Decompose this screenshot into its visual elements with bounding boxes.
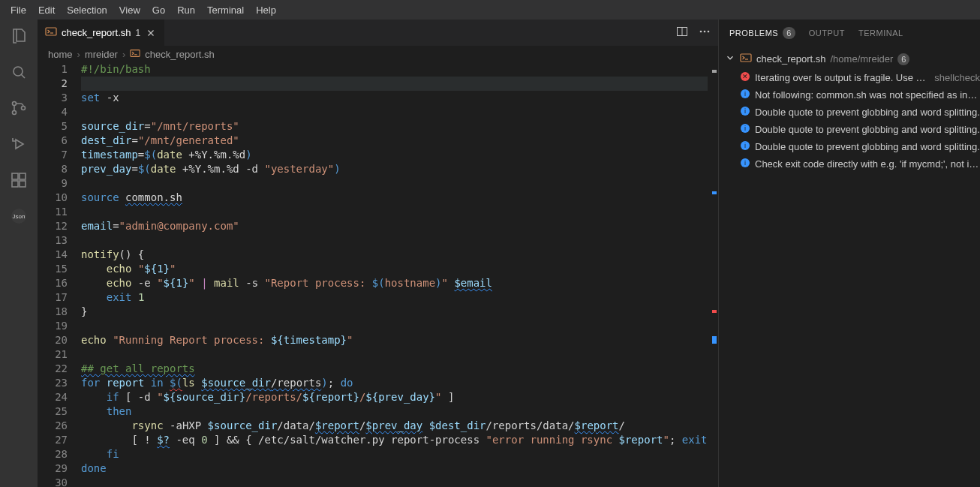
code-content[interactable]: #!/bin/bashset -xsource_dir="/mnt/report… [81,62,708,487]
svg-text:i: i [744,107,746,115]
breadcrumb[interactable]: home›mreider›check_report.sh [38,46,718,62]
menu-run[interactable]: Run [171,0,201,20]
info-icon: i [740,158,750,170]
code-line[interactable]: echo "${1}" [81,262,708,276]
files-icon[interactable] [8,26,29,47]
svg-text:i: i [744,125,746,132]
menu-bar: FileEditSelectionViewGoRunTerminalHelp [0,0,980,20]
svg-point-4 [22,107,26,110]
code-line[interactable]: set -x [81,91,708,105]
panel-tab-terminal[interactable]: TERMINAL [858,29,903,38]
menu-edit[interactable]: Edit [32,0,61,20]
svg-point-2 [13,102,17,106]
problem-item[interactable]: iDouble quote to prevent globbing and wo… [725,104,980,121]
info-icon: i [740,123,750,136]
debug-icon[interactable] [8,134,29,155]
code-line[interactable]: [ ! $? -eq 0 ] && { /etc/salt/watcher.py… [81,433,708,447]
line-number: 26 [38,419,68,433]
code-line[interactable] [81,105,708,119]
menu-go[interactable]: Go [146,0,171,20]
panel-tab-problems[interactable]: PROBLEMS6 [729,27,795,39]
problem-item[interactable]: iDouble quote to prevent globbing and wo… [725,138,980,155]
search-icon[interactable] [8,62,29,83]
line-number: 7 [38,148,68,162]
code-line[interactable]: echo "Running Report process: ${timestam… [81,333,708,347]
tab-bar: check_report.sh 1 [38,20,718,46]
code-editor[interactable]: 1234567891011121314151617181920212223242… [38,62,718,487]
svg-text:i: i [744,159,746,167]
code-line[interactable]: source common.sh [81,191,708,205]
shell-file-icon [45,26,57,40]
svg-marker-5 [16,140,23,149]
svg-rect-8 [12,181,18,187]
problem-message: Double quote to prevent globbing and wor… [755,124,980,135]
line-number: 17 [38,290,68,305]
code-line[interactable]: timestamp=$(date +%Y.%m.%d) [81,148,708,162]
problem-item[interactable]: iDouble quote to prevent globbing and wo… [725,121,980,138]
json-icon[interactable]: Json [8,206,29,227]
code-line[interactable]: dest_dir="/mnt/generated" [81,134,708,148]
extensions-icon[interactable] [8,170,29,191]
code-line[interactable]: done [81,461,708,476]
editor-actions [669,20,718,46]
tab-filename: check_report.sh [62,27,131,38]
svg-point-16 [700,31,702,33]
more-actions-icon[interactable] [699,26,711,40]
code-line[interactable]: exit 1 [81,290,708,305]
tab-dirty-indicator: 1 [136,28,141,38]
code-line[interactable] [81,233,708,248]
split-editor-icon[interactable] [676,26,688,40]
code-line[interactable] [81,205,708,219]
code-line[interactable]: email="admin@company.com" [81,219,708,233]
problem-message: Check exit code directly with e.g. 'if m… [755,158,980,170]
line-number: 22 [38,362,68,376]
tab-check-report[interactable]: check_report.sh 1 [38,20,165,46]
code-line[interactable] [81,176,708,191]
menu-file[interactable]: File [5,0,32,20]
code-line[interactable]: fi [81,447,708,461]
svg-point-18 [708,31,710,33]
code-line[interactable] [81,319,708,333]
breadcrumb-segment[interactable]: home [48,49,73,60]
svg-text:i: i [744,142,746,149]
code-line[interactable]: then [81,404,708,419]
code-line[interactable]: prev_day=$(date +%Y.%m.%d -d "yesterday"… [81,162,708,176]
overview-ruler[interactable] [708,62,718,487]
code-line[interactable] [81,347,708,362]
menu-view[interactable]: View [113,0,146,20]
menu-terminal[interactable]: Terminal [201,0,250,20]
code-line[interactable]: rsync -aHXP $source_dir/data/$report/$pr… [81,419,708,433]
code-line[interactable] [81,476,708,487]
problem-message: Iterating over ls output is fragile. Use… [755,72,930,83]
code-line[interactable]: ## get all reports [81,362,708,376]
code-line[interactable]: for report in $(ls $source_dir/reports);… [81,376,708,390]
problem-item[interactable]: ✕Iterating over ls output is fragile. Us… [725,69,980,86]
code-line[interactable]: notify() { [81,248,708,262]
code-line[interactable]: } [81,305,708,319]
svg-text:i: i [744,90,746,98]
line-number: 10 [38,191,68,205]
menu-selection[interactable]: Selection [61,0,113,20]
source-control-icon[interactable] [8,98,29,119]
problems-file-row[interactable]: check_report.sh/home/mreider6 [725,49,980,69]
problem-source: shellcheck [934,72,980,83]
line-number: 27 [38,433,68,447]
line-number: 11 [38,205,68,219]
menu-help[interactable]: Help [250,0,282,20]
code-line[interactable] [81,77,708,91]
code-line[interactable]: source_dir="/mnt/reports" [81,119,708,134]
breadcrumb-file[interactable]: check_report.sh [145,49,215,60]
problems-file-name: check_report.sh [756,53,826,65]
problem-item[interactable]: iCheck exit code directly with e.g. 'if … [725,155,980,173]
line-number: 13 [38,233,68,248]
code-line[interactable]: if [ -d "${source_dir}/reports/${report}… [81,390,708,404]
code-line[interactable]: echo -e "${1}" | mail -s "Report process… [81,276,708,290]
panel-tab-output[interactable]: OUTPUT [809,29,845,38]
close-icon[interactable] [145,27,157,39]
chevron-right-icon: › [122,49,125,60]
problem-item[interactable]: iNot following: common.sh was not specif… [725,86,980,104]
breadcrumb-segment[interactable]: mreider [85,49,118,60]
line-number: 24 [38,390,68,404]
code-line[interactable]: #!/bin/bash [81,62,708,77]
line-number: 18 [38,305,68,319]
